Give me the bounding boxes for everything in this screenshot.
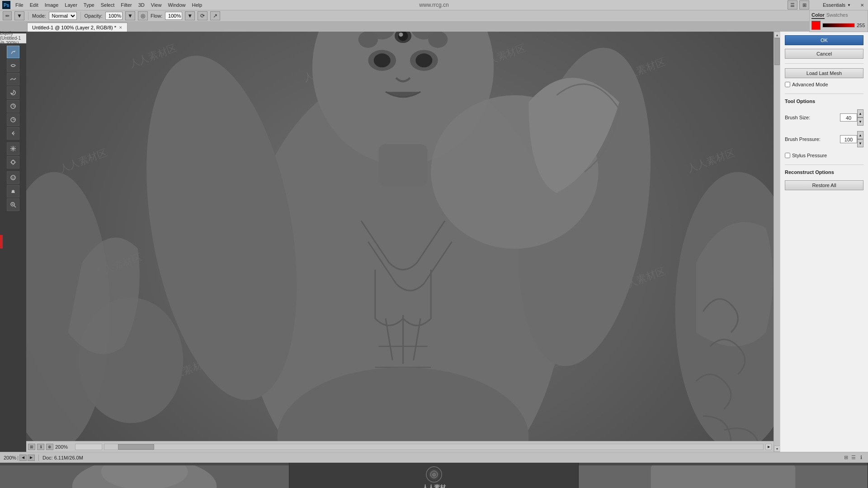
divider-after-cancel (785, 63, 863, 64)
bloat-tool-btn[interactable] (7, 113, 19, 126)
menu-view[interactable]: View (148, 1, 165, 9)
hand-tool-btn[interactable] (7, 185, 19, 197)
status-next-btn[interactable]: ▶ (28, 455, 35, 461)
close-button[interactable]: ✕ (856, 0, 868, 10)
swatches-tab[interactable]: Swatches (826, 12, 848, 19)
load-last-mesh-button[interactable]: Load Last Mesh (785, 68, 863, 78)
svg-line-24 (14, 206, 16, 207)
scroll-thumb[interactable] (774, 38, 780, 65)
tool-preset-picker[interactable]: ▼ (14, 11, 24, 20)
status-prev-btn[interactable]: ◀ (19, 455, 27, 461)
svg-point-81 (101, 465, 188, 488)
advanced-mode-checkbox[interactable] (785, 82, 790, 87)
restore-all-button[interactable]: Restore All (785, 180, 863, 190)
reconstruct-tool-btn[interactable] (7, 59, 19, 72)
brush-pressure-value: 100 (840, 135, 857, 143)
h-scroll-thumb[interactable] (118, 444, 154, 450)
push-left-tool-btn[interactable] (7, 127, 19, 140)
mode-label: Mode: (32, 13, 46, 19)
options-bar: ✏ ▼ Mode: Normal Opacity: ▼ ◎ Flow: ▼ ⟳ … (0, 10, 868, 22)
airbrush-btn[interactable]: ◎ (138, 11, 148, 20)
flow-arrow[interactable]: ▼ (185, 11, 195, 20)
advanced-mode-row: Advanced Mode (785, 82, 863, 87)
view-info-button[interactable]: ℹ (37, 444, 44, 450)
brush-pressure-up[interactable]: ▲ (857, 131, 863, 139)
menu-edit[interactable]: Edit (27, 1, 41, 9)
scroll-right-btn[interactable]: ▶ (765, 444, 772, 450)
mode-select[interactable]: Normal (49, 12, 77, 20)
layers-icon: ☰ (850, 455, 857, 461)
view-extras-button[interactable]: ⊕ (46, 444, 53, 450)
menu-select[interactable]: Select (98, 1, 118, 9)
red-slider[interactable] (822, 23, 855, 28)
canvas-area[interactable]: 人人素材区 人人素材区 人人素材区 人人素材区 人人素材区 人人素材区 人人素材… (26, 32, 780, 452)
watermark-logo: ⊙ 人人素材 (422, 466, 446, 488)
tab-title: Untitled-1 @ 100% (Layer 2, RGB/8) * (32, 25, 116, 30)
app-icon: Ps (2, 0, 11, 9)
layer-icon[interactable]: ☰ (788, 0, 797, 9)
flow-input[interactable] (165, 12, 182, 20)
menu-3d[interactable]: 3D (136, 1, 147, 9)
opacity-input[interactable] (105, 12, 123, 20)
reconstruct-options-title: Reconstruct Options (785, 169, 863, 175)
tab-close-button[interactable]: ✕ (119, 25, 123, 30)
view-grid-button[interactable]: ⊞ (28, 444, 35, 450)
brush-pressure-down[interactable]: ▼ (857, 139, 863, 147)
svg-rect-85 (651, 465, 796, 488)
svg-point-19 (14, 177, 14, 178)
menu-type[interactable]: Type (81, 1, 97, 9)
foreground-color[interactable] (811, 21, 821, 30)
angle-btn[interactable]: ↗ (210, 11, 220, 20)
essentials-dropdown-icon: ▼ (847, 3, 851, 7)
scroll-down-button[interactable]: ▼ (774, 446, 780, 452)
menu-layer[interactable]: Layer (62, 1, 80, 9)
menu-file[interactable]: File (13, 1, 26, 9)
divider-2 (80, 12, 81, 20)
menu-image[interactable]: Image (42, 1, 61, 9)
freeze-mask-tool-btn[interactable] (7, 142, 19, 155)
menu-items: File Edit Image Layer Type Select Filter… (13, 1, 205, 9)
status-separator: | (17, 455, 19, 460)
svg-point-18 (12, 177, 13, 178)
horizontal-scrollbar[interactable] (104, 444, 764, 450)
zoom-slider[interactable] (75, 444, 102, 450)
info-icon2: ℹ (858, 455, 864, 461)
thumb-center: ⊙ 人人素材 (289, 463, 579, 488)
workspace-icon[interactable]: ⊞ (799, 0, 809, 9)
tool-options-title: Tool Options (785, 99, 863, 104)
pucker-tool-btn[interactable] (7, 100, 19, 113)
ok-button[interactable]: OK (785, 35, 863, 45)
red-value: 255 (857, 23, 866, 28)
twirl-tool-btn[interactable] (7, 86, 19, 99)
menu-help[interactable]: Help (189, 1, 205, 9)
color-panel-tabs: Color Swatches (811, 12, 866, 19)
forward-warp-tool-btn[interactable] (7, 46, 19, 58)
stylus-pressure-row: Stylus Pressure (785, 153, 863, 158)
essentials-button[interactable]: Essentials ▼ (819, 0, 854, 10)
scrollbar-vertical[interactable]: ▲ ▼ (774, 32, 780, 452)
liquify-title-text: Liquify (Untitled-1 @ 200%) (0, 31, 26, 46)
smooth-tool-btn[interactable] (7, 73, 19, 85)
zoom-display: 200% (55, 444, 73, 450)
advanced-mode-label: Advanced Mode (792, 82, 828, 87)
smoothing-btn[interactable]: ⟳ (198, 11, 208, 20)
brush-pressure-label: Brush Pressure: (785, 136, 821, 142)
brush-size-down[interactable]: ▼ (857, 117, 863, 126)
brush-size-up[interactable]: ▲ (857, 109, 863, 117)
stylus-pressure-checkbox[interactable] (785, 153, 790, 158)
status-divider-1 (38, 455, 39, 461)
color-tab[interactable]: Color (811, 12, 825, 19)
brush-pressure-control: 100 ▲ ▼ (840, 131, 863, 147)
color-sliders: 255 (811, 21, 866, 30)
document-tab[interactable]: Untitled-1 @ 100% (Layer 2, RGB/8) * ✕ (27, 23, 127, 32)
color-panel: Color Swatches 255 (809, 10, 868, 32)
menu-filter[interactable]: Filter (118, 1, 134, 9)
scroll-up-button[interactable]: ▲ (774, 32, 780, 38)
zoom-tool-btn[interactable] (7, 198, 19, 211)
cancel-button[interactable]: Cancel (785, 49, 863, 59)
opacity-label: Opacity: (85, 13, 103, 19)
thaw-mask-tool-btn[interactable] (7, 156, 19, 169)
face-tool-btn[interactable] (7, 171, 19, 184)
menu-window[interactable]: Window (165, 1, 188, 9)
opacity-arrow[interactable]: ▼ (125, 11, 135, 20)
